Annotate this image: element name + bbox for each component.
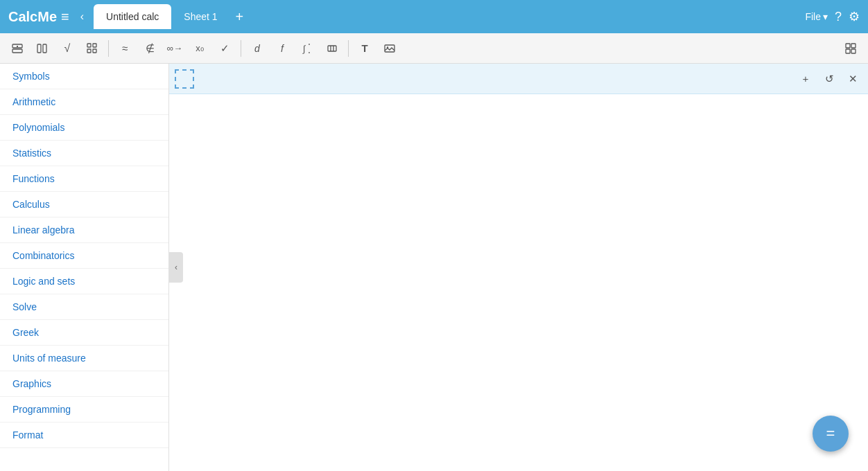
content-refresh-btn[interactable]: ↺ — [819, 69, 839, 89]
sidebar-collapse-btn[interactable]: ‹ — [169, 252, 183, 283]
toolbar-sep-3 — [348, 40, 349, 57]
svg-text:∫: ∫ — [302, 44, 306, 54]
svg-rect-4 — [37, 44, 41, 53]
svg-rect-5 — [43, 44, 46, 53]
header-tabs: Untitled calc Sheet 1 + — [94, 4, 805, 29]
cell-indicator — [175, 69, 194, 89]
tab-add-button[interactable]: + — [230, 9, 250, 25]
sidebar-collapse-header-btn[interactable]: ‹ — [80, 10, 84, 23]
header-right: File ▾ ? ⚙ — [805, 9, 860, 24]
logo: CalcMe ≡ — [8, 9, 69, 25]
sidebar-item-combinatorics[interactable]: Combinatorics — [0, 243, 168, 269]
sidebar-item-calculus[interactable]: Calculus — [0, 192, 168, 217]
sidebar-item-solve[interactable]: Solve — [0, 294, 168, 320]
sidebar-item-arithmetic[interactable]: Arithmetic — [0, 89, 168, 115]
logo-symbol: ≡ — [61, 9, 69, 25]
sidebar-item-programming[interactable]: Programming — [0, 397, 168, 423]
toolbar-image-btn[interactable] — [378, 37, 401, 60]
tab-untitled-calc[interactable]: Untitled calc — [94, 4, 171, 29]
svg-rect-16 — [846, 44, 850, 48]
toolbar-sep-1 — [108, 40, 109, 57]
sidebar-item-linear-algebra[interactable]: Linear algebra — [0, 217, 168, 243]
sidebar-item-polynomials[interactable]: Polynomials — [0, 115, 168, 141]
help-button[interactable]: ? — [835, 10, 842, 24]
sidebar-item-statistics[interactable]: Statistics — [0, 141, 168, 166]
sidebar-item-units-of-measure[interactable]: Units of measure — [0, 346, 168, 371]
toolbar-insert-col-btn[interactable] — [31, 37, 54, 60]
toolbar-sqrt-btn[interactable]: √ — [55, 37, 79, 60]
svg-rect-17 — [851, 44, 856, 48]
content-add-btn[interactable]: + — [796, 69, 815, 89]
content-area: + ↺ ✕ = — [169, 64, 868, 471]
content-close-btn[interactable]: ✕ — [843, 69, 862, 89]
tab-sheet1[interactable]: Sheet 1 — [171, 4, 229, 29]
sidebar-item-symbols[interactable]: Symbols — [0, 64, 168, 89]
toolbar-sep-2 — [241, 40, 241, 57]
sidebar-item-format[interactable]: Format — [0, 423, 168, 448]
sidebar-item-greek[interactable]: Greek — [0, 320, 168, 346]
toolbar-special-btn[interactable] — [320, 37, 344, 60]
header: CalcMe ≡ ‹ Untitled calc Sheet 1 + File … — [0, 0, 868, 33]
toolbar-not-elem-btn[interactable]: ∉ — [138, 37, 162, 60]
svg-rect-9 — [93, 49, 96, 53]
fab-equals-button[interactable]: = — [813, 416, 849, 452]
svg-rect-11 — [328, 46, 336, 51]
toolbar-insert-row-btn[interactable] — [6, 37, 29, 60]
sidebar-item-functions[interactable]: Functions — [0, 166, 168, 192]
toolbar-integral-btn[interactable]: ∫ — [295, 37, 319, 60]
sidebar: SymbolsArithmeticPolynomialsStatisticsFu… — [0, 64, 169, 471]
main: SymbolsArithmeticPolynomialsStatisticsFu… — [0, 64, 868, 471]
worksheet[interactable] — [169, 94, 868, 471]
sidebar-item-graphics[interactable]: Graphics — [0, 371, 168, 397]
svg-rect-7 — [93, 44, 96, 47]
content-toolbar: + ↺ ✕ — [169, 64, 868, 94]
svg-rect-18 — [846, 49, 850, 53]
file-menu[interactable]: File ▾ — [805, 11, 828, 22]
svg-rect-1 — [12, 49, 22, 53]
toolbar-infinity-btn[interactable]: ∞→ — [163, 37, 186, 60]
logo-text: CalcMe — [8, 9, 57, 25]
toolbar-text-btn[interactable]: T — [353, 37, 376, 60]
toolbar-subscript-btn[interactable]: x₀ — [188, 37, 211, 60]
svg-rect-6 — [87, 44, 91, 47]
svg-rect-19 — [851, 49, 856, 53]
toolbar-function-btn[interactable]: f — [270, 37, 294, 60]
toolbar-derivative-btn[interactable]: d — [245, 37, 269, 60]
toolbar-approx-btn[interactable]: ≈ — [113, 37, 137, 60]
toolbar: √ ≈ ∉ ∞→ x₀ ✓ d f ∫ T — [0, 33, 868, 64]
toolbar-expand-btn[interactable] — [839, 37, 862, 60]
toolbar-checkmark-btn[interactable]: ✓ — [213, 37, 236, 60]
sidebar-item-logic-and-sets[interactable]: Logic and sets — [0, 269, 168, 294]
toolbar-matrix-btn[interactable] — [80, 37, 104, 60]
settings-button[interactable]: ⚙ — [849, 9, 860, 24]
svg-rect-8 — [87, 49, 91, 53]
